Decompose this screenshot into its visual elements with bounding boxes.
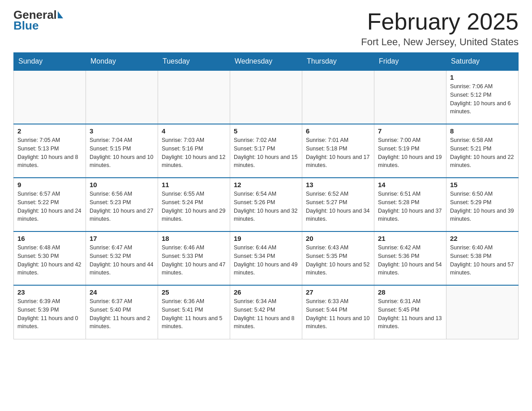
day-info: Sunrise: 7:01 AM Sunset: 5:18 PM Dayligh… (306, 136, 370, 170)
day-info: Sunrise: 6:36 AM Sunset: 5:41 PM Dayligh… (162, 297, 226, 331)
day-info: Sunrise: 6:39 AM Sunset: 5:39 PM Dayligh… (17, 297, 82, 331)
day-info: Sunrise: 6:52 AM Sunset: 5:27 PM Dayligh… (306, 190, 370, 223)
calendar-cell: 25Sunrise: 6:36 AM Sunset: 5:41 PM Dayli… (158, 285, 230, 339)
day-info: Sunrise: 7:06 AM Sunset: 5:12 PM Dayligh… (450, 82, 515, 116)
calendar-cell: 20Sunrise: 6:43 AM Sunset: 5:35 PM Dayli… (302, 231, 374, 285)
day-info: Sunrise: 6:58 AM Sunset: 5:21 PM Dayligh… (450, 136, 515, 170)
day-info: Sunrise: 7:02 AM Sunset: 5:17 PM Dayligh… (234, 136, 298, 170)
day-info: Sunrise: 6:55 AM Sunset: 5:24 PM Dayligh… (162, 190, 226, 223)
calendar-cell: 15Sunrise: 6:50 AM Sunset: 5:29 PM Dayli… (446, 178, 519, 231)
calendar-cell: 14Sunrise: 6:51 AM Sunset: 5:28 PM Dayli… (374, 178, 446, 231)
column-header-tuesday: Tuesday (158, 53, 230, 71)
logo-blue-text: Blue (13, 20, 63, 31)
calendar-cell: 10Sunrise: 6:56 AM Sunset: 5:23 PM Dayli… (86, 178, 158, 231)
calendar-cell (230, 70, 302, 124)
day-info: Sunrise: 7:04 AM Sunset: 5:15 PM Dayligh… (90, 136, 154, 170)
day-info: Sunrise: 6:31 AM Sunset: 5:45 PM Dayligh… (378, 297, 442, 331)
column-header-wednesday: Wednesday (230, 53, 302, 71)
day-info: Sunrise: 6:33 AM Sunset: 5:44 PM Dayligh… (306, 297, 370, 331)
day-number: 12 (234, 181, 298, 188)
calendar-cell: 27Sunrise: 6:33 AM Sunset: 5:44 PM Dayli… (302, 285, 374, 339)
calendar-cell: 8Sunrise: 6:58 AM Sunset: 5:21 PM Daylig… (446, 124, 519, 178)
day-number: 5 (234, 127, 298, 135)
calendar-cell: 18Sunrise: 6:46 AM Sunset: 5:33 PM Dayli… (158, 231, 230, 285)
day-number: 23 (17, 288, 82, 296)
day-number: 3 (90, 127, 154, 135)
calendar-cell (446, 285, 519, 339)
calendar-cell (374, 70, 446, 124)
calendar-cell: 21Sunrise: 6:42 AM Sunset: 5:36 PM Dayli… (374, 231, 446, 285)
column-header-friday: Friday (374, 53, 446, 71)
day-info: Sunrise: 6:50 AM Sunset: 5:29 PM Dayligh… (450, 190, 515, 223)
calendar-cell: 3Sunrise: 7:04 AM Sunset: 5:15 PM Daylig… (86, 124, 158, 178)
day-info: Sunrise: 6:40 AM Sunset: 5:38 PM Dayligh… (450, 244, 515, 277)
calendar-cell: 2Sunrise: 7:05 AM Sunset: 5:13 PM Daylig… (14, 124, 86, 178)
day-number: 11 (162, 181, 226, 188)
day-number: 14 (378, 181, 442, 188)
day-info: Sunrise: 6:51 AM Sunset: 5:28 PM Dayligh… (378, 190, 442, 223)
title-section: February 2025 Fort Lee, New Jersey, Unit… (361, 9, 519, 48)
day-number: 8 (450, 127, 515, 135)
day-info: Sunrise: 6:34 AM Sunset: 5:42 PM Dayligh… (234, 297, 298, 331)
day-info: Sunrise: 6:56 AM Sunset: 5:23 PM Dayligh… (90, 190, 154, 223)
day-number: 4 (162, 127, 226, 135)
calendar-cell: 7Sunrise: 7:00 AM Sunset: 5:19 PM Daylig… (374, 124, 446, 178)
day-number: 27 (306, 288, 370, 296)
calendar-cell: 4Sunrise: 7:03 AM Sunset: 5:16 PM Daylig… (158, 124, 230, 178)
day-info: Sunrise: 7:03 AM Sunset: 5:16 PM Dayligh… (162, 136, 226, 170)
calendar-cell: 24Sunrise: 6:37 AM Sunset: 5:40 PM Dayli… (86, 285, 158, 339)
calendar-cell: 9Sunrise: 6:57 AM Sunset: 5:22 PM Daylig… (14, 178, 86, 231)
logo-arrow-icon (58, 11, 63, 18)
day-number: 25 (162, 288, 226, 296)
column-header-sunday: Sunday (14, 53, 86, 71)
day-number: 21 (378, 235, 442, 242)
day-info: Sunrise: 6:42 AM Sunset: 5:36 PM Dayligh… (378, 244, 442, 277)
location-text: Fort Lee, New Jersey, United States (361, 36, 519, 48)
calendar-cell: 28Sunrise: 6:31 AM Sunset: 5:45 PM Dayli… (374, 285, 446, 339)
day-number: 7 (378, 127, 442, 135)
day-info: Sunrise: 6:54 AM Sunset: 5:26 PM Dayligh… (234, 190, 298, 223)
day-number: 19 (234, 235, 298, 242)
calendar-cell: 23Sunrise: 6:39 AM Sunset: 5:39 PM Dayli… (14, 285, 86, 339)
column-header-saturday: Saturday (446, 53, 519, 71)
day-number: 26 (234, 288, 298, 296)
day-info: Sunrise: 6:37 AM Sunset: 5:40 PM Dayligh… (90, 297, 154, 331)
calendar-cell: 13Sunrise: 6:52 AM Sunset: 5:27 PM Dayli… (302, 178, 374, 231)
calendar-cell: 12Sunrise: 6:54 AM Sunset: 5:26 PM Dayli… (230, 178, 302, 231)
calendar-cell: 6Sunrise: 7:01 AM Sunset: 5:18 PM Daylig… (302, 124, 374, 178)
day-info: Sunrise: 6:44 AM Sunset: 5:34 PM Dayligh… (234, 244, 298, 277)
day-number: 15 (450, 181, 515, 188)
calendar-cell: 19Sunrise: 6:44 AM Sunset: 5:34 PM Dayli… (230, 231, 302, 285)
calendar-cell: 1Sunrise: 7:06 AM Sunset: 5:12 PM Daylig… (446, 70, 519, 124)
calendar-week-5: 23Sunrise: 6:39 AM Sunset: 5:39 PM Dayli… (14, 285, 519, 339)
calendar-week-1: 1Sunrise: 7:06 AM Sunset: 5:12 PM Daylig… (14, 70, 519, 124)
calendar-week-2: 2Sunrise: 7:05 AM Sunset: 5:13 PM Daylig… (14, 124, 519, 178)
day-info: Sunrise: 6:47 AM Sunset: 5:32 PM Dayligh… (90, 244, 154, 277)
day-number: 6 (306, 127, 370, 135)
day-number: 18 (162, 235, 226, 242)
calendar-table: SundayMondayTuesdayWednesdayThursdayFrid… (13, 52, 519, 339)
calendar-cell (86, 70, 158, 124)
day-number: 22 (450, 235, 515, 242)
page-header: General Blue February 2025 Fort Lee, New… (13, 9, 519, 48)
day-number: 24 (90, 288, 154, 296)
day-number: 17 (90, 235, 154, 242)
calendar-cell: 16Sunrise: 6:48 AM Sunset: 5:30 PM Dayli… (14, 231, 86, 285)
calendar-week-3: 9Sunrise: 6:57 AM Sunset: 5:22 PM Daylig… (14, 178, 519, 231)
day-number: 2 (17, 127, 82, 135)
month-title: February 2025 (361, 9, 519, 34)
calendar-cell (302, 70, 374, 124)
calendar-cell: 17Sunrise: 6:47 AM Sunset: 5:32 PM Dayli… (86, 231, 158, 285)
calendar-cell: 26Sunrise: 6:34 AM Sunset: 5:42 PM Dayli… (230, 285, 302, 339)
calendar-cell (14, 70, 86, 124)
calendar-cell: 22Sunrise: 6:40 AM Sunset: 5:38 PM Dayli… (446, 231, 519, 285)
calendar-cell: 11Sunrise: 6:55 AM Sunset: 5:24 PM Dayli… (158, 178, 230, 231)
calendar-cell (158, 70, 230, 124)
day-number: 16 (17, 235, 82, 242)
column-header-monday: Monday (86, 53, 158, 71)
day-number: 10 (90, 181, 154, 188)
calendar-cell: 5Sunrise: 7:02 AM Sunset: 5:17 PM Daylig… (230, 124, 302, 178)
day-number: 9 (17, 181, 82, 188)
day-number: 13 (306, 181, 370, 188)
calendar-week-4: 16Sunrise: 6:48 AM Sunset: 5:30 PM Dayli… (14, 231, 519, 285)
